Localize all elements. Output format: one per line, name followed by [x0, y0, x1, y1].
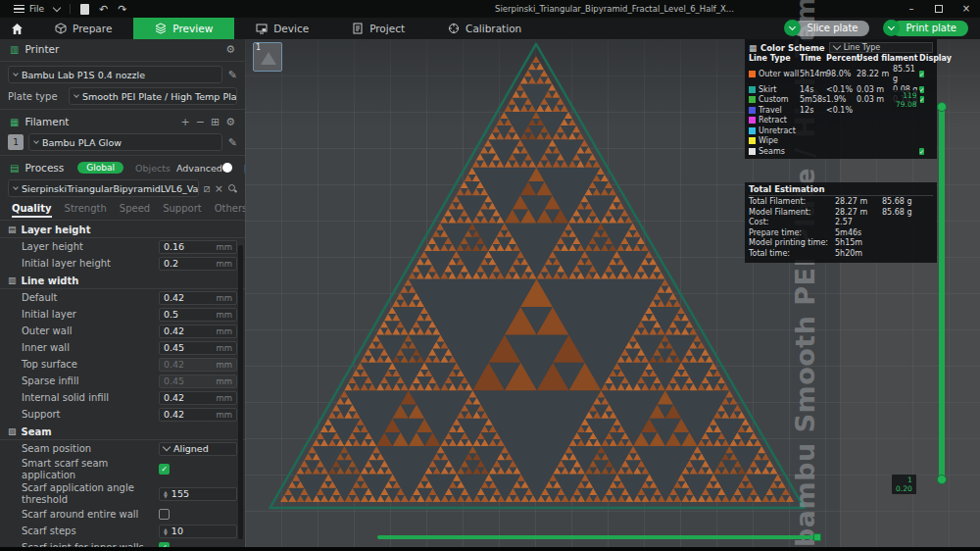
edit-printer-icon[interactable]: ✎ — [228, 70, 237, 80]
param-tab-support[interactable]: Support — [163, 203, 202, 218]
redo-icon[interactable]: ↷ — [118, 4, 126, 15]
delete-preset-icon[interactable]: × — [215, 183, 223, 194]
param-input-internal-solid-infill[interactable]: 0.42mm — [159, 391, 237, 405]
param-input-inner-wall[interactable]: 0.45mm — [159, 341, 237, 355]
layer-slider-bottom-handle[interactable] — [937, 475, 947, 484]
file-menu[interactable]: File — [14, 3, 44, 16]
legend-row-name: Unretract — [749, 126, 800, 137]
filament-sync-icon[interactable]: ⊞ — [211, 117, 220, 127]
param-dropdown-seam-position[interactable]: Aligned — [159, 442, 237, 456]
legend-display-checkbox[interactable]: ✓ — [919, 71, 924, 77]
param-row: Layer height0.16mm — [0, 238, 245, 255]
section-header-layer-height[interactable]: ▤Layer height — [0, 222, 245, 238]
param-tabs: QualityStrengthSpeedSupportOthers — [0, 199, 245, 221]
param-tab-quality[interactable]: Quality — [12, 203, 52, 218]
save-preset-icon[interactable]: ⧄ — [204, 183, 211, 194]
param-label: Scarf around entire wall — [22, 509, 159, 521]
param-spinner-scarf-application-angle-threshold[interactable]: ▲▼155 — [159, 487, 237, 501]
undo-icon[interactable]: ↶ — [99, 4, 108, 15]
printer-preset-dropdown[interactable]: Bambu Lab P1S 0.4 nozzle — [8, 66, 222, 83]
stepper-arrows-icon[interactable]: ▲▼ — [164, 527, 168, 535]
filament-preset-dropdown[interactable]: Bambu PLA Glow — [28, 133, 222, 151]
estimation-row: Model Filament:28.27 m85.68 g — [749, 208, 933, 219]
layer-slider-bottom-label: 10.20 — [892, 475, 916, 494]
legend-percent: 1.9% — [826, 95, 857, 106]
layer-range-slider[interactable] — [939, 106, 945, 480]
plate-thumbnail-model-icon — [261, 52, 276, 65]
filament-settings-gear-icon[interactable]: ⚙ — [225, 117, 235, 127]
tab-preview[interactable]: Preview — [133, 18, 234, 39]
param-label: Internal solid infill — [22, 392, 159, 404]
remove-filament-icon[interactable]: − — [196, 117, 205, 127]
sidebar-scrollbar[interactable] — [238, 245, 243, 539]
legend-col-used-filament: Used filament — [857, 54, 919, 65]
legend-row-name: Retract — [749, 116, 800, 126]
estimation-row: Cost:2.57 — [749, 218, 933, 228]
viewport-3d[interactable]: bambu Smooth PEI Plate / High Temp Plate… — [245, 39, 980, 547]
home-button[interactable] — [0, 18, 33, 39]
line-type-swatch — [749, 127, 756, 134]
layer-slider-top-handle[interactable] — [937, 102, 947, 112]
param-tab-speed[interactable]: Speed — [120, 203, 150, 218]
printer-settings-gear-icon[interactable]: ⚙ — [225, 44, 235, 55]
param-label: Initial layer height — [22, 258, 159, 270]
monitor-icon — [256, 23, 268, 34]
tab-calibration[interactable]: Calibration — [426, 18, 543, 39]
document-icon — [352, 23, 364, 34]
view-type-dropdown[interactable]: Line Type — [829, 42, 933, 53]
tab-device[interactable]: Device — [234, 18, 330, 39]
total-estimation-panel: Total Estimation Total Filament:28.27 m8… — [745, 182, 937, 263]
search-icon[interactable] — [228, 184, 237, 193]
printer-header: Printer — [24, 43, 59, 55]
estimation-row: Prepare time:5m46s — [749, 228, 933, 239]
edit-filament-icon[interactable]: ✎ — [228, 137, 237, 148]
plate-thumbnail[interactable]: 1 — [253, 42, 282, 72]
stepper-arrows-icon[interactable]: ▲▼ — [164, 490, 168, 498]
param-row: Default0.42mm — [0, 289, 245, 306]
close-button[interactable]: × — [953, 0, 980, 18]
legend-time: 5m58s — [800, 95, 826, 106]
param-spinner-scarf-steps[interactable]: ▲▼10 — [159, 525, 237, 538]
param-label: Sparse infill — [22, 376, 159, 387]
new-file-icon[interactable] — [80, 4, 89, 15]
param-input-layer-height[interactable]: 0.16mm — [159, 240, 237, 254]
line-type-swatch — [749, 117, 756, 124]
param-tab-others[interactable]: Others — [215, 203, 245, 218]
line-type-swatch — [749, 86, 756, 93]
main-tabbar: PreparePreviewDeviceProjectCalibration S… — [0, 18, 980, 39]
param-checkbox-scarf-around-entire-wall[interactable] — [159, 509, 170, 520]
param-input-support[interactable]: 0.42mm — [159, 408, 237, 422]
move-slider[interactable] — [377, 535, 818, 539]
param-input-outer-wall[interactable]: 0.42mm — [159, 325, 237, 338]
param-input-default[interactable]: 0.42mm — [159, 291, 237, 305]
param-label: Outer wall — [22, 326, 159, 337]
move-slider-handle[interactable] — [813, 533, 821, 541]
bambu-studio-window: File ↶ ↷ Sierpinski_Triangular_Bipyramid… — [0, 0, 980, 551]
section-header-line-width[interactable]: ▥Line width — [0, 273, 245, 289]
tab-project[interactable]: Project — [330, 18, 426, 39]
calibration-icon — [448, 23, 460, 34]
param-input-initial-layer-height[interactable]: 0.2mm — [159, 257, 237, 271]
plate-type-dropdown[interactable]: Smooth PEI Plate / High Temp Plate — [69, 87, 237, 105]
maximize-button[interactable] — [925, 0, 953, 18]
param-tab-strength[interactable]: Strength — [65, 203, 107, 218]
minimize-button[interactable]: – — [898, 0, 925, 18]
param-input-top-surface[interactable]: 0.42mm — [159, 358, 237, 372]
tab-prepare[interactable]: Prepare — [33, 18, 133, 39]
section-icon: ▨ — [8, 426, 17, 436]
add-filament-icon[interactable]: + — [180, 117, 189, 127]
param-input-initial-layer[interactable]: 0.5mm — [159, 308, 237, 322]
process-preset-dropdown[interactable]: SierpinskiTriangularBipyramidLVL6_VaseM.… — [8, 179, 199, 197]
hamburger-icon — [14, 3, 24, 16]
scope-global-pill[interactable]: Global — [77, 162, 123, 174]
print-plate-button[interactable]: Print plate — [892, 21, 968, 36]
chevron-down-icon[interactable] — [53, 3, 61, 11]
param-checkbox-smart-scarf-seam-application[interactable]: ✓ — [159, 464, 170, 475]
scope-objects-label[interactable]: Objects — [135, 163, 171, 174]
param-input-sparse-infill[interactable]: 0.45mm — [159, 375, 237, 388]
advanced-label: Advanced — [176, 163, 222, 174]
legend-display-checkbox[interactable]: ✓ — [919, 148, 924, 155]
section-header-seam[interactable]: ▨Seam — [0, 424, 245, 440]
param-label: Layer height — [22, 241, 159, 253]
param-label: Top surface — [22, 359, 159, 371]
